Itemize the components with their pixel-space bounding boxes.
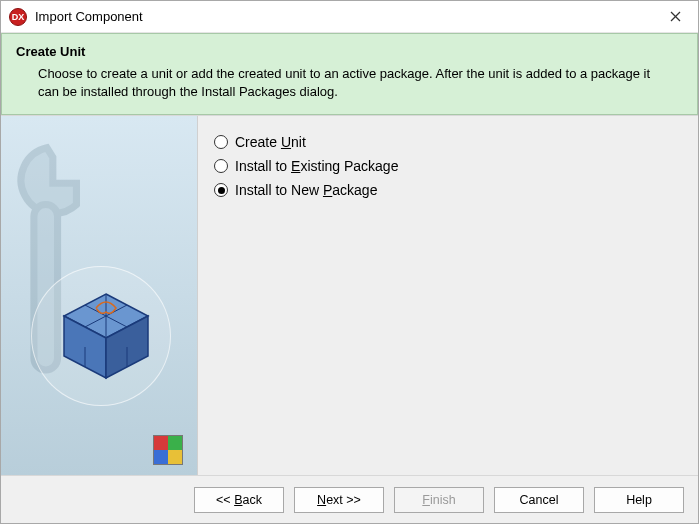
package-cube-icon [56, 286, 156, 386]
radio-label: Create Unit [235, 134, 306, 150]
next-button[interactable]: Next >> [294, 487, 384, 513]
radio-label: Install to New Package [235, 182, 377, 198]
back-button[interactable]: << Back [194, 487, 284, 513]
help-button[interactable]: Help [594, 487, 684, 513]
cancel-button[interactable]: Cancel [494, 487, 584, 513]
app-icon: DX [9, 8, 27, 26]
wizard-side-graphic [1, 116, 198, 475]
page-description: Choose to create a unit or add the creat… [16, 65, 683, 100]
radio-install-existing[interactable]: Install to Existing Package [214, 154, 682, 178]
body-area: Create Unit Install to Existing Package … [1, 115, 698, 475]
titlebar: DX Import Component [1, 1, 698, 33]
options-area: Create Unit Install to Existing Package … [198, 116, 698, 475]
window-title: Import Component [35, 9, 652, 24]
radio-icon [214, 159, 228, 173]
header-panel: Create Unit Choose to create a unit or a… [1, 33, 698, 115]
close-icon [670, 11, 681, 22]
radio-label: Install to Existing Package [235, 158, 398, 174]
radio-create-unit[interactable]: Create Unit [214, 130, 682, 154]
close-button[interactable] [652, 1, 698, 33]
dialog-window: DX Import Component Create Unit Choose t… [0, 0, 699, 524]
button-bar: << Back Next >> Finish Cancel Help [1, 475, 698, 523]
radio-icon [214, 135, 228, 149]
finish-button: Finish [394, 487, 484, 513]
page-title: Create Unit [16, 44, 683, 59]
four-color-logo-icon [153, 435, 183, 465]
radio-icon-selected [214, 183, 228, 197]
radio-install-new[interactable]: Install to New Package [214, 178, 682, 202]
